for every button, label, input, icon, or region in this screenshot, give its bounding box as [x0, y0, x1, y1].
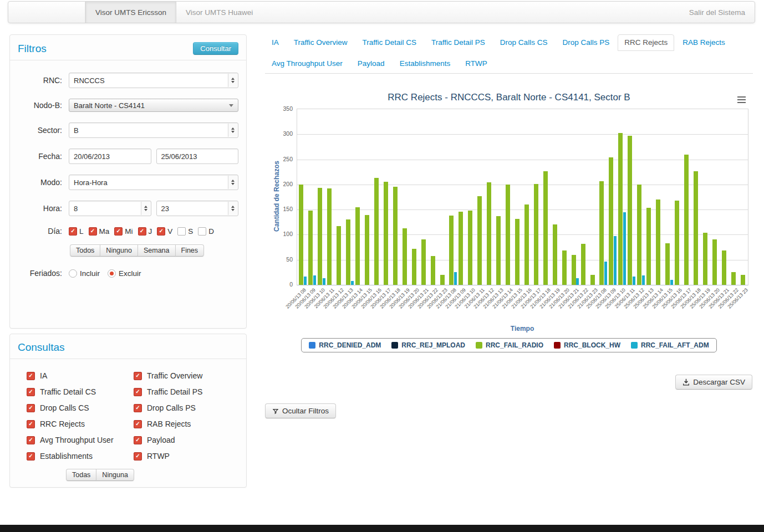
bar-RRC_FAIL_RADIO-25/06/13 09[interactable] [609, 157, 613, 285]
tab-rab-rejects[interactable]: RAB Rejects [676, 34, 732, 51]
bar-RRC_FAIL_RADIO-25/06/13 12[interactable] [637, 185, 641, 285]
consulta-checkbox-traffic-detail-cs[interactable]: ✓Traffic Detail CS [27, 387, 134, 396]
bar-RRC_FAIL_RADIO-20/06/13 13[interactable] [346, 219, 350, 285]
bar-RRC_FAIL_RADIO-20/06/13 20[interactable] [412, 249, 416, 285]
tab-traffic-detail-cs[interactable]: Traffic Detail CS [356, 34, 424, 51]
tab-traffic-overview[interactable]: Traffic Overview [287, 34, 354, 51]
nav-logout-link[interactable]: Salir del Sistema [680, 2, 755, 23]
descargar-csv-button[interactable]: Descargar CSV [675, 375, 752, 390]
bar-RRC_FAIL_AFT_ADM-20/06/13 08[interactable] [304, 277, 307, 285]
bar-RRC_FAIL_RADIO-25/06/13 21[interactable] [722, 250, 726, 285]
bar-RRC_FAIL_RADIO-20/06/13 10[interactable] [318, 188, 322, 285]
bar-RRC_FAIL_RADIO-21/06/13 22[interactable] [581, 244, 585, 285]
bar-RRC_FAIL_RADIO-21/06/13 10[interactable] [468, 211, 472, 285]
checkbox-icon[interactable]: ✓ [27, 404, 35, 412]
consulta-checkbox-establishments[interactable]: ✓Establishments [27, 452, 134, 461]
day-checkbox-l[interactable]: ✓L [69, 227, 84, 236]
bar-RRC_FAIL_RADIO-21/06/13 20[interactable] [562, 250, 567, 285]
checkbox-icon[interactable]: ✓ [134, 372, 142, 380]
checkbox-icon[interactable]: ✓ [69, 227, 77, 236]
day-button-ninguno[interactable]: Ninguno [100, 244, 138, 257]
checkbox-icon[interactable]: ✓ [138, 227, 146, 236]
tab-avg-throughput-user[interactable]: Avg Throughput User [265, 55, 349, 72]
bar-RRC_FAIL_RADIO-21/06/13 13[interactable] [496, 216, 501, 285]
bar-RRC_FAIL_RADIO-25/06/13 13[interactable] [646, 208, 651, 285]
consulta-checkbox-rtwp[interactable]: ✓RTWP [134, 452, 241, 461]
checkbox-icon[interactable] [177, 227, 186, 236]
bar-RRC_FAIL_RADIO-25/06/13 11[interactable] [628, 136, 632, 285]
legend-item-RRC_DENIED_ADM[interactable]: RRC_DENIED_ADM [309, 341, 381, 349]
consulta-checkbox-drop-calls-ps[interactable]: ✓Drop Calls PS [134, 403, 241, 412]
tab-payload[interactable]: Payload [351, 55, 391, 72]
bar-RRC_FAIL_RADIO-25/06/13 10[interactable] [618, 133, 623, 285]
consulta-checkbox-ia[interactable]: ✓IA [27, 371, 134, 380]
bar-RRC_FAIL_RADIO-21/06/13 16[interactable] [524, 204, 529, 285]
tab-establishments[interactable]: Establishments [393, 55, 457, 72]
chart-export-menu-icon[interactable] [736, 95, 747, 105]
bar-RRC_FAIL_RADIO-20/06/13 11[interactable] [327, 188, 332, 285]
bar-RRC_FAIL_RADIO-20/06/13 19[interactable] [403, 228, 407, 285]
bar-RRC_FAIL_RADIO-25/06/13 15[interactable] [665, 243, 670, 285]
legend-item-RRC_REJ_MPLOAD[interactable]: RRC_REJ_MPLOAD [391, 341, 465, 349]
bar-RRC_FAIL_RADIO-21/06/13 23[interactable] [590, 275, 595, 285]
consultas-button-todas[interactable]: Todas [66, 469, 96, 481]
bar-RRC_FAIL_AFT_ADM-21/06/13 08[interactable] [454, 272, 457, 285]
day-button-fines[interactable]: Fines [175, 244, 205, 257]
bar-RRC_FAIL_RADIO-21/06/13 18[interactable] [543, 171, 548, 285]
bar-RRC_FAIL_RADIO-20/06/13 18[interactable] [393, 187, 398, 285]
radio-icon[interactable] [108, 269, 116, 278]
checkbox-icon[interactable]: ✓ [27, 388, 35, 396]
modo-select[interactable]: Hora-Hora [69, 175, 238, 190]
bar-RRC_FAIL_RADIO-25/06/13 14[interactable] [656, 200, 660, 285]
bar-RRC_FAIL_RADIO-20/06/13 14[interactable] [355, 207, 360, 285]
bar-RRC_FAIL_RADIO-21/06/13 08[interactable] [449, 216, 454, 285]
consulta-checkbox-traffic-detail-ps[interactable]: ✓Traffic Detail PS [134, 387, 241, 396]
consulta-checkbox-drop-calls-cs[interactable]: ✓Drop Calls CS [27, 403, 134, 412]
nav-tab-visor-umts-ericsson[interactable]: Visor UMTS Ericsson [85, 2, 176, 23]
bar-RRC_FAIL_RADIO-20/06/13 22[interactable] [431, 256, 435, 285]
bar-RRC_FAIL_RADIO-25/06/13 23[interactable] [741, 275, 745, 285]
legend-item-RRC_FAIL_RADIO[interactable]: RRC_FAIL_RADIO [476, 341, 543, 349]
bar-RRC_FAIL_AFT_ADM-25/06/13 11[interactable] [633, 277, 635, 285]
bar-RRC_FAIL_AFT_ADM-25/06/13 15[interactable] [670, 280, 673, 285]
bar-RRC_FAIL_AFT_ADM-20/06/13 10[interactable] [323, 278, 325, 285]
bar-RRC_FAIL_RADIO-20/06/13 08[interactable] [299, 185, 303, 285]
nodob-select[interactable]: Baralt Norte - CS4141 [69, 99, 238, 112]
checkbox-icon[interactable]: ✓ [134, 420, 142, 428]
day-checkbox-d[interactable]: D [198, 227, 214, 236]
checkbox-icon[interactable]: ✓ [27, 372, 35, 380]
hora-from-select[interactable]: 8 [69, 201, 151, 216]
checkbox-icon[interactable]: ✓ [134, 404, 142, 412]
radio-icon[interactable] [69, 269, 77, 278]
bar-RRC_FAIL_AFT_ADM-25/06/13 12[interactable] [642, 275, 645, 285]
checkbox-icon[interactable]: ✓ [27, 452, 35, 461]
feriados-option-excluir[interactable]: Excluir [108, 269, 141, 278]
checkbox-icon[interactable]: ✓ [134, 388, 142, 396]
checkbox-icon[interactable]: ✓ [157, 227, 165, 236]
day-button-todos[interactable]: Todos [70, 244, 100, 257]
bar-RRC_FAIL_RADIO-21/06/13 21[interactable] [572, 255, 576, 285]
bar-RRC_FAIL_RADIO-20/06/13 16[interactable] [374, 178, 379, 285]
sector-select[interactable]: B [69, 122, 238, 138]
bar-RRC_FAIL_RADIO-20/06/13 17[interactable] [384, 182, 388, 285]
bar-RRC_FAIL_RADIO-21/06/13 09[interactable] [459, 212, 463, 285]
bar-RRC_FAIL_RADIO-20/06/13 12[interactable] [337, 226, 341, 285]
bar-RRC_FAIL_RADIO-21/06/13 19[interactable] [553, 224, 557, 285]
day-button-semana[interactable]: Semana [137, 244, 176, 257]
tab-traffic-detail-ps[interactable]: Traffic Detail PS [425, 34, 492, 51]
checkbox-icon[interactable]: ✓ [114, 227, 123, 236]
bar-RRC_FAIL_RADIO-20/06/13 15[interactable] [365, 215, 369, 285]
feriados-option-incluir[interactable]: Incluir [69, 269, 100, 278]
bar-RRC_FAIL_RADIO-20/06/13 23[interactable] [440, 275, 445, 285]
consultar-button[interactable]: Consultar [193, 42, 238, 55]
consulta-checkbox-rab-rejects[interactable]: ✓RAB Rejects [134, 420, 241, 428]
tab-rrc-rejects[interactable]: RRC Rejects [618, 34, 674, 51]
checkbox-icon[interactable] [198, 227, 206, 236]
legend-item-RRC_FAIL_AFT_ADM[interactable]: RRC_FAIL_AFT_ADM [631, 341, 709, 349]
bar-RRC_FAIL_AFT_ADM-25/06/13 08[interactable] [604, 262, 607, 285]
tab-ia[interactable]: IA [265, 34, 286, 51]
nav-tab-visor-umts-huawei[interactable]: Visor UMTS Huawei [176, 2, 262, 23]
bar-RRC_FAIL_AFT_ADM-20/06/13 13[interactable] [351, 281, 354, 285]
rnc-select[interactable]: RNCCCS [69, 73, 238, 88]
consulta-checkbox-payload[interactable]: ✓Payload [134, 436, 241, 444]
